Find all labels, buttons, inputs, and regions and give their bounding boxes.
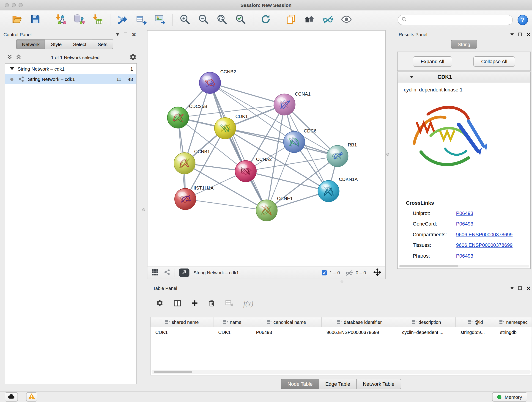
tree-expander-icon[interactable]	[10, 67, 14, 70]
column-header-description[interactable]: description	[397, 317, 456, 327]
window-close-button[interactable]	[5, 3, 9, 7]
collapse-all-networks-button[interactable]	[7, 54, 12, 61]
grid-view-button[interactable]	[152, 269, 158, 277]
cell-description[interactable]: cyclin–dependent ...	[397, 327, 456, 337]
birdseye-view-button[interactable]	[164, 269, 171, 276]
tab-edge-table[interactable]: Edge Table	[319, 379, 356, 389]
duplicate-document-button[interactable]	[283, 12, 298, 27]
column-header-id[interactable]: @id	[456, 317, 495, 327]
column-header-canonical-name[interactable]: canonical name	[251, 317, 322, 327]
network-node-CDK1[interactable]: CDK1	[215, 114, 248, 139]
open-in-new-window-button[interactable]	[179, 269, 190, 277]
cloud-services-button[interactable]	[5, 392, 18, 402]
selected-indicator-checkbox[interactable]	[322, 270, 327, 275]
tab-network-table[interactable]: Network Table	[356, 379, 401, 389]
window-minimize-button[interactable]	[12, 3, 16, 7]
fit-selected-button[interactable]	[374, 268, 381, 277]
cell-namespace[interactable]: stringdb	[495, 327, 532, 337]
open-session-button[interactable]	[9, 12, 25, 27]
refresh-view-button[interactable]	[258, 12, 273, 27]
show-hidden-button[interactable]	[339, 12, 354, 27]
network-collection-row[interactable]: String Network – cdk1 1	[5, 64, 137, 74]
panel-close-button[interactable]: ✕	[526, 32, 531, 37]
save-session-button[interactable]	[28, 12, 43, 27]
show-all-networks-button[interactable]	[302, 12, 317, 27]
splitter-handle[interactable]	[341, 281, 343, 283]
network-options-button[interactable]	[129, 53, 137, 62]
export-image-button[interactable]	[152, 12, 167, 27]
network-edge[interactable]	[210, 83, 267, 211]
apply-function-button[interactable]: f(x)	[243, 299, 253, 308]
panel-close-button[interactable]: ✕	[526, 286, 531, 291]
splitter-handle[interactable]	[142, 208, 145, 211]
tab-node-table[interactable]: Node Table	[281, 379, 319, 389]
scrollbar-thumb[interactable]	[399, 265, 458, 267]
network-node-HIST1H1A[interactable]: HIST1H1A	[175, 185, 214, 210]
column-header-namespace[interactable]: namespac	[495, 317, 532, 327]
column-header-database-identifier[interactable]: database identifier	[322, 317, 397, 327]
network-edge[interactable]	[185, 199, 267, 211]
hide-selected-button[interactable]	[320, 12, 336, 27]
network-edge[interactable]	[225, 128, 338, 156]
window-zoom-button[interactable]	[19, 3, 23, 7]
add-column-button[interactable]	[191, 300, 198, 308]
network-node-CDKN1A[interactable]: CDKN1A	[318, 177, 358, 202]
panel-menu-button[interactable]	[510, 33, 514, 36]
tab-sets[interactable]: Sets	[92, 39, 113, 49]
crosslink-tissues-link[interactable]: 9606.ENSP00000378699	[456, 242, 513, 248]
delete-table-button[interactable]	[225, 299, 234, 308]
zoom-fit-button[interactable]	[215, 12, 230, 27]
tab-select[interactable]: Select	[67, 39, 92, 49]
table-row[interactable]: CDK1 CDK1 P06493 9606.ENSP00000378699 cy…	[151, 327, 532, 337]
zoom-in-button[interactable]	[177, 12, 192, 27]
new-table-button[interactable]	[134, 12, 149, 27]
tab-style[interactable]: Style	[45, 39, 68, 49]
memory-button[interactable]: Memory	[492, 392, 527, 402]
expand-all-button[interactable]: Expand All	[413, 56, 452, 67]
new-network-from-selection-button[interactable]	[115, 12, 130, 27]
table-options-button[interactable]	[156, 299, 164, 308]
crosslink-uniprot-link[interactable]: P06493	[456, 211, 473, 216]
warnings-button[interactable]	[26, 392, 37, 402]
column-header-shared-name[interactable]: shared name	[151, 317, 214, 327]
scrollbar-thumb[interactable]	[154, 370, 192, 373]
panel-menu-button[interactable]	[116, 33, 119, 36]
network-node-CCNA1[interactable]: CCNA1	[274, 91, 311, 115]
cell-name[interactable]: CDK1	[214, 327, 251, 337]
panel-float-button[interactable]	[124, 33, 127, 36]
network-node-CCNB1[interactable]: CCNB1	[174, 149, 210, 174]
panel-float-button[interactable]	[519, 33, 522, 36]
network-canvas[interactable]: CCNB2CCNA1CDC25BCDK1CDC6RB1CCNB1CCNA2CDK…	[147, 31, 385, 266]
network-node-CDC6[interactable]: CDC6	[284, 128, 317, 153]
search-input[interactable]	[407, 17, 509, 23]
crosslink-compartments-link[interactable]: 9606.ENSP00000378699	[456, 232, 513, 237]
panel-menu-button[interactable]	[510, 287, 514, 289]
tab-network[interactable]: Network	[16, 39, 46, 49]
zoom-out-button[interactable]	[196, 12, 211, 27]
import-table-from-file-button[interactable]	[90, 12, 105, 27]
delete-column-button[interactable]	[208, 299, 215, 308]
expand-all-networks-button[interactable]	[16, 54, 21, 61]
network-row[interactable]: String Network – cdk1 11 48	[5, 74, 137, 84]
panel-close-button[interactable]: ✕	[132, 32, 136, 37]
column-header-name[interactable]: name	[214, 317, 251, 327]
collapse-all-button[interactable]: Collapse All	[473, 56, 515, 67]
help-button[interactable]: ?	[518, 15, 528, 25]
crosslink-genecard-link[interactable]: P06493	[456, 221, 473, 227]
import-network-from-database-button[interactable]	[71, 12, 87, 27]
panel-float-button[interactable]	[519, 287, 522, 290]
splitter-handle[interactable]	[386, 153, 389, 156]
cell-canonical-name[interactable]: P06493	[251, 327, 322, 337]
collapse-section-icon[interactable]	[410, 76, 413, 78]
cell-id[interactable]: stringdb:9...	[456, 327, 495, 337]
cell-database-identifier[interactable]: 9606.ENSP00000378699	[322, 327, 397, 337]
import-network-from-file-button[interactable]	[53, 12, 68, 27]
show-columns-button[interactable]	[173, 299, 181, 308]
network-edge[interactable]	[210, 83, 285, 105]
network-node-RB1[interactable]: RB1	[327, 142, 357, 167]
crosslink-pharos-link[interactable]: P06493	[456, 253, 473, 259]
tab-string[interactable]: String	[451, 40, 477, 49]
network-node-CCNB2[interactable]: CCNB2	[199, 69, 236, 94]
protein-card-header[interactable]: CDK1	[398, 72, 530, 83]
cell-shared-name[interactable]: CDK1	[151, 327, 214, 337]
